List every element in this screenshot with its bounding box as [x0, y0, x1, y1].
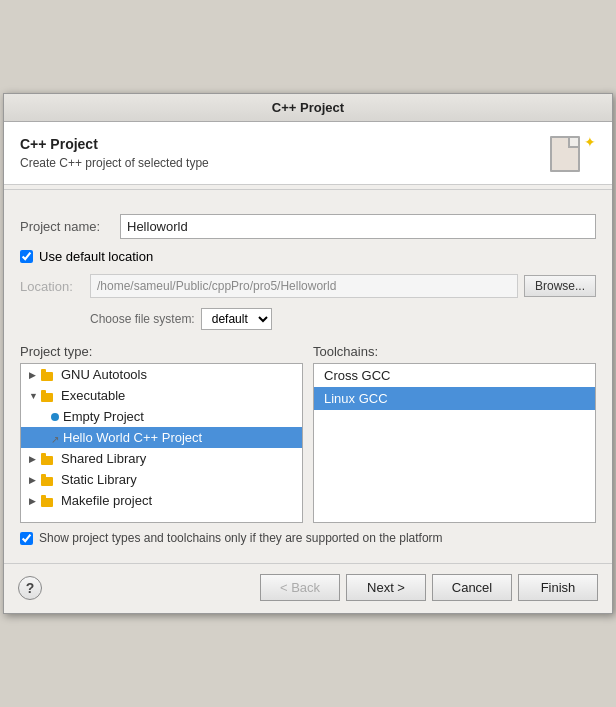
tree-item-static-library[interactable]: ▶ Static Library: [21, 469, 302, 490]
tree-item-shared-library[interactable]: ▶ Shared Library: [21, 448, 302, 469]
header-subtext: Create C++ project of selected type: [20, 156, 209, 170]
folder-icon-static-library: [41, 474, 57, 486]
arrow-hello-world: ↗: [51, 434, 59, 442]
button-row: ? < Back Next > Cancel Finish: [4, 563, 612, 613]
sparkle-icon: ✦: [584, 134, 596, 150]
support-label: Show project types and toolchains only i…: [39, 531, 443, 545]
tree-item-empty-project[interactable]: Empty Project: [21, 406, 302, 427]
title-bar: C++ Project: [4, 94, 612, 122]
list-item-cross-gcc[interactable]: Cross GCC: [314, 364, 595, 387]
help-button[interactable]: ?: [18, 576, 42, 600]
arrow-shared-library: ▶: [29, 454, 41, 464]
filesystem-row: Choose file system: default: [20, 308, 596, 330]
tree-item-makefile-project[interactable]: ▶ Makefile project: [21, 490, 302, 511]
label-gnu-autotools: GNU Autotools: [61, 367, 147, 382]
label-hello-world: Hello World C++ Project: [63, 430, 202, 445]
toolchains-list[interactable]: Cross GCC Linux GCC: [313, 363, 596, 523]
location-row: Location: Browse...: [20, 274, 596, 298]
browse-button[interactable]: Browse...: [524, 275, 596, 297]
arrow-gnu-autotools: ▶: [29, 370, 41, 380]
label-cross-gcc: Cross GCC: [324, 368, 390, 383]
action-buttons: < Back Next > Cancel Finish: [260, 574, 598, 601]
document-icon: [550, 136, 580, 172]
arrow-makefile-project: ▶: [29, 496, 41, 506]
next-button[interactable]: Next >: [346, 574, 426, 601]
tree-item-hello-world[interactable]: ↗ Hello World C++ Project: [21, 427, 302, 448]
finish-button[interactable]: Finish: [518, 574, 598, 601]
tree-item-gnu-autotools[interactable]: ▶ GNU Autotools: [21, 364, 302, 385]
filesystem-select[interactable]: default: [201, 308, 272, 330]
folder-icon-gnu-autotools: [41, 369, 57, 381]
project-name-row: Project name:: [20, 214, 596, 239]
toolchains-column: Toolchains: Cross GCC Linux GCC: [313, 344, 596, 523]
cpp-project-dialog: C++ Project C++ Project Create C++ proje…: [3, 93, 613, 614]
use-default-location-label: Use default location: [39, 249, 153, 264]
folder-icon-shared-library: [41, 453, 57, 465]
label-linux-gcc: Linux GCC: [324, 391, 388, 406]
back-button[interactable]: < Back: [260, 574, 340, 601]
header-text: C++ Project Create C++ project of select…: [20, 136, 209, 170]
label-empty-project: Empty Project: [63, 409, 144, 424]
tree-item-executable[interactable]: ▼ Executable: [21, 385, 302, 406]
project-type-tree[interactable]: ▶ GNU Autotools ▼ E: [20, 363, 303, 523]
label-static-library: Static Library: [61, 472, 137, 487]
filesystem-label: Choose file system:: [90, 312, 195, 326]
location-label: Location:: [20, 279, 90, 294]
dot-empty-project: [51, 413, 59, 421]
folder-icon-makefile-project: [41, 495, 57, 507]
support-checkbox-row: Show project types and toolchains only i…: [20, 531, 596, 545]
toolchains-label: Toolchains:: [313, 344, 596, 359]
two-column-section: Project type: ▶ GNU Autotools ▼: [20, 344, 596, 523]
use-default-location-checkbox[interactable]: [20, 250, 33, 263]
label-makefile-project: Makefile project: [61, 493, 152, 508]
project-type-label: Project type:: [20, 344, 303, 359]
list-item-linux-gcc[interactable]: Linux GCC: [314, 387, 595, 410]
project-type-column: Project type: ▶ GNU Autotools ▼: [20, 344, 303, 523]
project-name-label: Project name:: [20, 219, 120, 234]
folder-icon-executable: [41, 390, 57, 402]
location-input[interactable]: [90, 274, 518, 298]
cancel-button[interactable]: Cancel: [432, 574, 512, 601]
content-area: Project name: Use default location Locat…: [4, 200, 612, 563]
header-heading: C++ Project: [20, 136, 209, 152]
use-default-location-row: Use default location: [20, 249, 596, 264]
project-name-input[interactable]: [120, 214, 596, 239]
header-separator: [4, 189, 612, 190]
label-shared-library: Shared Library: [61, 451, 146, 466]
header-section: C++ Project Create C++ project of select…: [4, 122, 612, 185]
arrow-executable: ▼: [29, 391, 41, 401]
arrow-static-library: ▶: [29, 475, 41, 485]
support-checkbox[interactable]: [20, 532, 33, 545]
label-executable: Executable: [61, 388, 125, 403]
dialog-title: C++ Project: [272, 100, 344, 115]
cpp-project-icon: ✦: [550, 134, 596, 172]
